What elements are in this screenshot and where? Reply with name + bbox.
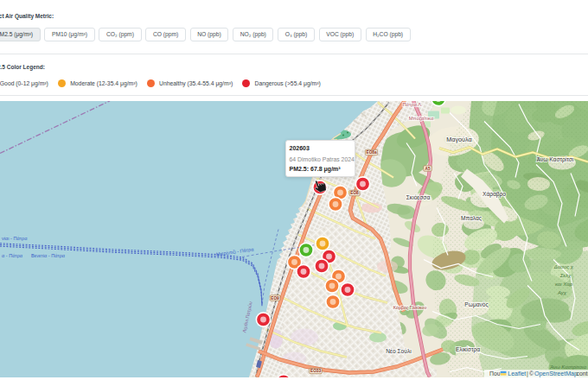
svg-text:Ελικίστρα: Ελικίστρα [456, 346, 480, 353]
svg-text:Ρωμανός: Ρωμανός [464, 301, 488, 308]
svg-text:Μπαλας: Μπαλας [461, 215, 482, 222]
svg-text:Μποζαΐτικα: Μποζαΐτικα [409, 116, 434, 121]
svg-text:EO9: EO9 [271, 296, 279, 301]
svg-text:Δάσος χ: Δάσος χ [553, 264, 574, 270]
svg-text:Σελχ: Σελχ [559, 273, 572, 278]
svg-text:Μαγούλα: Μαγούλα [446, 136, 471, 143]
svg-text:contr: contr [577, 370, 588, 377]
svg-text:Αγχ: Αγχ [557, 290, 567, 295]
svg-text:Που: Που [489, 370, 501, 377]
svg-text:Κόμβος Γλαύκου: Κόμβος Γλαύκου [393, 305, 427, 310]
svg-text:Άνω Καστρίτσι: Άνω Καστρίτσι [537, 156, 574, 163]
svg-text:νίαι - Πάτρα: νίαι - Πάτρα [2, 236, 28, 241]
svg-text:α - Πάτρα: α - Πάτρα [2, 253, 23, 258]
svg-text:Leaflet: Leaflet [508, 370, 526, 377]
svg-text:Πάτρα Λ.: Πάτρα Λ. [402, 102, 423, 107]
svg-text:Νέο Σούλι: Νέο Σούλι [386, 348, 412, 354]
svg-text:EO33: EO33 [310, 369, 321, 373]
svg-text:EO8: EO8 [350, 191, 359, 195]
svg-text:και Χαρ: και Χαρ [555, 282, 573, 287]
svg-text:©: © [529, 370, 534, 377]
svg-text:Βενετία - Πάτρα: Βενετία - Πάτρα [31, 253, 66, 258]
svg-text:|: | [527, 370, 528, 377]
svg-text:Χάραβρο: Χάραβρο [483, 191, 506, 198]
svg-text:Άνω Καστρίτσια: Άνω Καστρίτσια [549, 364, 586, 370]
svg-text:OpenStreetMap: OpenStreetMap [534, 370, 578, 377]
svg-text:A5: A5 [425, 167, 431, 171]
svg-text:EO8a: EO8a [367, 150, 377, 155]
svg-text:Σκιόεσσα: Σκιόεσσα [406, 194, 431, 200]
